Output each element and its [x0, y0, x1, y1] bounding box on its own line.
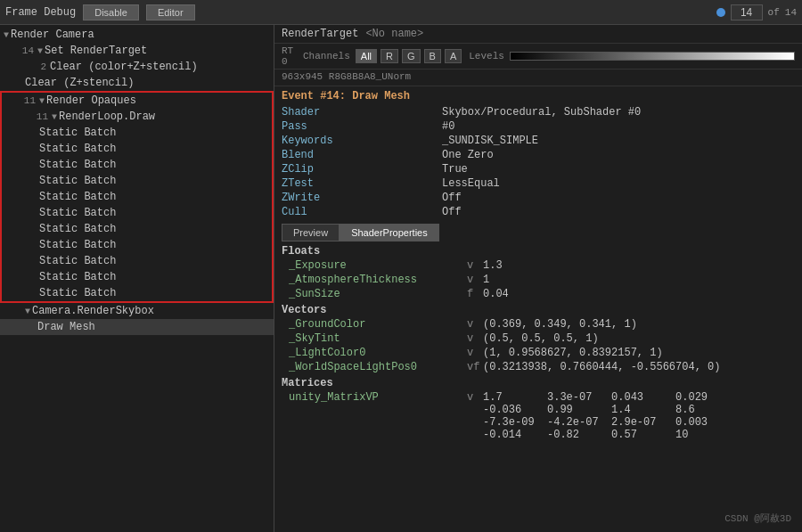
prop-val: Off — [442, 206, 795, 218]
editor-button[interactable]: Editor — [146, 4, 195, 20]
tab-shader-properties[interactable]: ShaderProperties — [340, 224, 439, 241]
tree-label: Static Batch — [39, 239, 116, 251]
tree-label: Static Batch — [39, 127, 116, 139]
channels-row: RT 0 Channels All R G B A Levels — [274, 44, 802, 70]
prop-key: Pass — [282, 120, 442, 133]
arrow-icon: ▼ — [39, 96, 45, 106]
line-num: 11 — [14, 95, 36, 106]
sp-name: _GroundColor — [289, 318, 467, 331]
tree-item-renderloop-draw[interactable]: 11 ▼ RenderLoop.Draw — [2, 109, 272, 125]
disable-button[interactable]: Disable — [83, 4, 139, 20]
frame-input[interactable] — [731, 4, 763, 20]
channel-all-button[interactable]: All — [356, 49, 377, 63]
tree-label: Static Batch — [39, 207, 116, 219]
sp-name: _LightColor0 — [289, 347, 467, 359]
sp-lightcolor0: _LightColor0 v (1, 0.9568627, 0.8392157,… — [282, 347, 795, 359]
highlighted-group: 11 ▼ Render Opaques 11 ▼ RenderLoop.Draw… — [0, 91, 274, 303]
sp-exposure: _Exposure v 1.3 — [282, 259, 795, 272]
channel-b-button[interactable]: B — [424, 49, 441, 63]
sp-val: (0.5, 0.5, 0.5, 1) — [483, 332, 795, 345]
tree-label: Set RenderTarget — [45, 45, 147, 57]
matrix-name: unity_MatrixVP — [289, 391, 467, 404]
prop-val: LessEqual — [442, 177, 795, 190]
tree-item-static-batch-2[interactable]: Static Batch — [2, 141, 272, 157]
tree-item-static-batch-3[interactable]: Static Batch — [2, 157, 272, 173]
channel-a-button[interactable]: A — [445, 49, 462, 63]
sp-skytint: _SkyTint v (0.5, 0.5, 0.5, 1) — [282, 332, 795, 345]
sp-type: v — [467, 274, 483, 286]
rt-num: RT 0 — [282, 45, 299, 67]
tree-label: Static Batch — [39, 223, 116, 235]
levels-label: Levels — [469, 51, 504, 61]
line-num: 14 — [12, 45, 34, 56]
tab-preview[interactable]: Preview — [282, 224, 340, 241]
frame-slider-area: of 14 — [716, 4, 797, 20]
render-target-value: <No name> — [365, 28, 423, 40]
sp-type: v — [467, 318, 483, 331]
arrow-icon: ▼ — [4, 30, 9, 40]
line-num: 2 — [25, 61, 46, 72]
matrix-vals: 1.7 3.3e-07 0.043 0.029 -0.036 0.99 1.4 … — [483, 391, 708, 441]
matrices-section-header: Matrices — [282, 377, 795, 389]
tree-item-static-batch-9[interactable]: Static Batch — [2, 253, 272, 269]
channel-r-button[interactable]: R — [381, 49, 398, 63]
tree-item-render-camera[interactable]: ▼ Render Camera — [0, 27, 274, 43]
event-header: Event #14: Draw Mesh — [282, 90, 795, 102]
prop-key: ZWrite — [282, 192, 442, 204]
render-target-row: RenderTarget <No name> — [274, 25, 802, 44]
prop-val: #0 — [442, 120, 795, 133]
tree-item-render-opaques[interactable]: 11 ▼ Render Opaques — [2, 93, 272, 109]
sp-val: 1 — [483, 274, 795, 286]
arrow-icon: ▼ — [52, 112, 57, 122]
sp-name: _WorldSpaceLightPos0 — [289, 361, 467, 373]
tree-item-static-batch-4[interactable]: Static Batch — [2, 173, 272, 189]
tree-item-static-batch-6[interactable]: Static Batch — [2, 205, 272, 221]
levels-bar[interactable] — [510, 52, 795, 61]
tree-area[interactable]: ▼ Render Camera 14 ▼ Set RenderTarget 2 … — [0, 25, 274, 532]
tree-item-static-batch-11[interactable]: Static Batch — [2, 285, 272, 301]
sp-type: f — [467, 288, 483, 300]
event-section: Event #14: Draw Mesh Shader Skybox/Proce… — [274, 86, 802, 532]
tree-item-draw-mesh[interactable]: Draw Mesh — [0, 319, 274, 335]
tree-label: Static Batch — [39, 287, 116, 299]
tree-label: Static Batch — [39, 175, 116, 187]
prop-keywords: Keywords _SUNDISK_SIMPLE — [282, 135, 795, 147]
tree-item-static-batch-10[interactable]: Static Batch — [2, 269, 272, 285]
prop-zclip: ZClip True — [282, 163, 795, 176]
tree-label: Draw Mesh — [37, 321, 95, 333]
sp-type: v — [467, 259, 483, 272]
slider-dot — [716, 8, 725, 17]
prop-key: Shader — [282, 106, 442, 119]
arrow-icon: ▼ — [37, 46, 43, 56]
vectors-section-header: Vectors — [282, 304, 795, 316]
tree-item-clear-color[interactable]: 2 Clear (color+Z+stencil) — [0, 59, 274, 75]
sp-val: 0.04 — [483, 288, 795, 300]
matrix-unity-matrix-vp: unity_MatrixVP v 1.7 3.3e-07 0.043 0.029… — [282, 391, 795, 441]
watermark: CSDN @阿赦3D — [724, 512, 791, 525]
of-label: of — [768, 7, 780, 18]
channel-g-button[interactable]: G — [402, 49, 421, 63]
sp-type: v — [467, 332, 483, 345]
sp-name: _SunSize — [289, 288, 467, 300]
tree-item-static-batch-8[interactable]: Static Batch — [2, 237, 272, 253]
tree-item-static-batch-1[interactable]: Static Batch — [2, 125, 272, 141]
tabs-row: Preview ShaderProperties — [282, 224, 795, 241]
sp-worldspacelightpos0: _WorldSpaceLightPos0 vf (0.3213938, 0.76… — [282, 361, 795, 373]
prop-val: True — [442, 163, 795, 176]
prop-key: ZTest — [282, 177, 442, 190]
prop-pass: Pass #0 — [282, 120, 795, 133]
prop-shader: Shader Skybox/Procedural, SubShader #0 — [282, 106, 795, 119]
tree-item-set-render-target[interactable]: 14 ▼ Set RenderTarget — [0, 43, 274, 59]
channels-label: Channels — [303, 51, 350, 61]
prop-blend: Blend One Zero — [282, 149, 795, 161]
prop-key: Keywords — [282, 135, 442, 147]
tree-item-camera-render-skybox[interactable]: ▼ Camera.RenderSkybox — [0, 303, 274, 319]
tree-item-static-batch-5[interactable]: Static Batch — [2, 189, 272, 205]
sp-name: _AtmosphereThickness — [289, 274, 467, 286]
tree-label: Static Batch — [39, 143, 116, 155]
prop-val: One Zero — [442, 149, 795, 161]
tree-label: Clear (color+Z+stencil) — [50, 61, 198, 73]
tree-item-static-batch-7[interactable]: Static Batch — [2, 221, 272, 237]
floats-section-header: Floats — [282, 245, 795, 258]
tree-item-clear-z[interactable]: Clear (Z+stencil) — [0, 75, 274, 91]
